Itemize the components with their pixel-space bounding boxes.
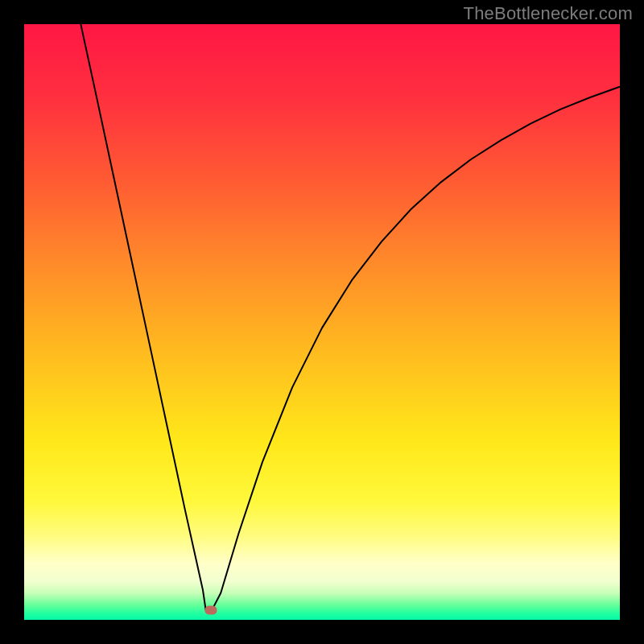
bottleneck-curve (24, 24, 620, 620)
watermark-text: TheBottlenecker.com (464, 3, 633, 24)
chart-frame: TheBottlenecker.com (0, 0, 644, 644)
optimal-point-marker (204, 606, 217, 615)
curve-path (80, 24, 620, 610)
plot-area (24, 24, 620, 620)
